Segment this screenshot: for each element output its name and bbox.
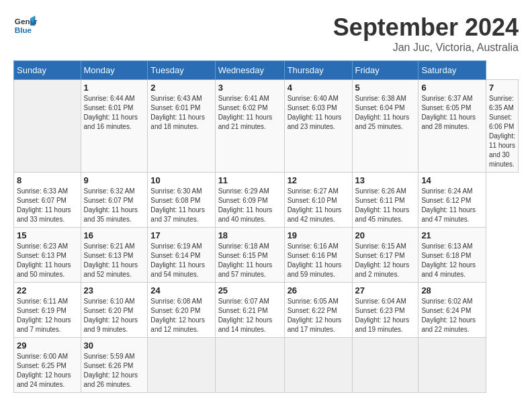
- day-number: 21: [421, 230, 483, 240]
- calendar-day-cell: 18Sunrise: 6:18 AMSunset: 6:15 PMDayligh…: [215, 228, 284, 283]
- day-number: 24: [150, 285, 212, 295]
- day-number: 2: [150, 83, 212, 93]
- day-number: 1: [84, 83, 145, 93]
- day-info: Sunrise: 6:19 AMSunset: 6:14 PMDaylight:…: [150, 242, 212, 279]
- day-number: 8: [17, 175, 78, 185]
- calendar-week-row: 22Sunrise: 6:11 AMSunset: 6:19 PMDayligh…: [14, 283, 519, 338]
- calendar-day-cell: 17Sunrise: 6:19 AMSunset: 6:14 PMDayligh…: [148, 228, 215, 283]
- day-info: Sunrise: 6:32 AMSunset: 6:07 PMDaylight:…: [84, 187, 145, 224]
- day-info: Sunrise: 6:07 AMSunset: 6:21 PMDaylight:…: [218, 297, 281, 334]
- day-number: 29: [17, 340, 78, 351]
- day-info: Sunrise: 6:05 AMSunset: 6:22 PMDaylight:…: [287, 297, 349, 334]
- calendar-day-cell: 15Sunrise: 6:23 AMSunset: 6:13 PMDayligh…: [14, 228, 81, 283]
- calendar-day-cell: 24Sunrise: 6:08 AMSunset: 6:20 PMDayligh…: [148, 283, 215, 338]
- calendar-day-cell: 14Sunrise: 6:24 AMSunset: 6:12 PMDayligh…: [418, 173, 486, 228]
- calendar-day-cell: 25Sunrise: 6:07 AMSunset: 6:21 PMDayligh…: [215, 283, 284, 338]
- day-number: 22: [17, 285, 78, 295]
- day-info: Sunrise: 6:26 AMSunset: 6:11 PMDaylight:…: [355, 187, 416, 224]
- calendar-day-cell: [148, 338, 215, 393]
- calendar-day-cell: [14, 80, 81, 173]
- day-of-week-header: Saturday: [418, 61, 486, 80]
- calendar-body: 1Sunrise: 6:44 AMSunset: 6:01 PMDaylight…: [14, 80, 519, 393]
- svg-text:Blue: Blue: [15, 26, 32, 34]
- calendar-day-cell: 6Sunrise: 6:37 AMSunset: 6:05 PMDaylight…: [418, 80, 486, 173]
- calendar-table: SundayMondayTuesdayWednesdayThursdayFrid…: [13, 60, 519, 393]
- month-title: September 2024: [333, 13, 519, 42]
- day-of-week-header: Sunday: [14, 61, 81, 80]
- calendar-day-cell: 30Sunrise: 5:59 AMSunset: 6:26 PMDayligh…: [81, 338, 148, 393]
- calendar-day-cell: 19Sunrise: 6:16 AMSunset: 6:16 PMDayligh…: [284, 228, 352, 283]
- day-info: Sunrise: 6:16 AMSunset: 6:16 PMDaylight:…: [287, 242, 349, 279]
- day-info: Sunrise: 6:08 AMSunset: 6:20 PMDaylight:…: [150, 297, 212, 334]
- day-of-week-header: Wednesday: [215, 61, 284, 80]
- day-number: 12: [287, 175, 349, 185]
- calendar-day-cell: 22Sunrise: 6:11 AMSunset: 6:19 PMDayligh…: [14, 283, 81, 338]
- calendar-day-cell: 29Sunrise: 6:00 AMSunset: 6:25 PMDayligh…: [14, 338, 81, 393]
- day-number: 25: [218, 285, 281, 295]
- day-info: Sunrise: 6:18 AMSunset: 6:15 PMDaylight:…: [218, 242, 281, 279]
- calendar-week-row: 1Sunrise: 6:44 AMSunset: 6:01 PMDaylight…: [14, 80, 519, 173]
- day-info: Sunrise: 6:10 AMSunset: 6:20 PMDaylight:…: [84, 297, 145, 334]
- calendar-day-cell: 5Sunrise: 6:38 AMSunset: 6:04 PMDaylight…: [352, 80, 418, 173]
- day-of-week-header: Tuesday: [148, 61, 215, 80]
- calendar-day-cell: 3Sunrise: 6:41 AMSunset: 6:02 PMDaylight…: [215, 80, 284, 173]
- day-number: 17: [150, 230, 212, 240]
- day-info: Sunrise: 6:38 AMSunset: 6:04 PMDaylight:…: [355, 94, 416, 132]
- day-info: Sunrise: 6:35 AMSunset: 6:06 PMDaylight:…: [489, 94, 515, 169]
- calendar-day-cell: 4Sunrise: 6:40 AMSunset: 6:03 PMDaylight…: [284, 80, 352, 173]
- calendar-day-cell: [215, 338, 284, 393]
- day-info: Sunrise: 6:04 AMSunset: 6:23 PMDaylight:…: [355, 297, 416, 334]
- day-number: 9: [84, 175, 145, 185]
- day-info: Sunrise: 6:24 AMSunset: 6:12 PMDaylight:…: [421, 187, 483, 224]
- calendar-day-cell: [418, 338, 486, 393]
- day-number: 16: [84, 230, 145, 240]
- day-info: Sunrise: 6:02 AMSunset: 6:24 PMDaylight:…: [421, 297, 483, 334]
- calendar-day-cell: 7Sunrise: 6:35 AMSunset: 6:06 PMDaylight…: [486, 80, 519, 173]
- logo-icon: General Blue: [13, 13, 38, 38]
- day-number: 28: [421, 285, 483, 295]
- calendar-day-cell: 11Sunrise: 6:29 AMSunset: 6:09 PMDayligh…: [215, 173, 284, 228]
- day-info: Sunrise: 6:29 AMSunset: 6:09 PMDaylight:…: [218, 187, 281, 224]
- calendar-week-row: 8Sunrise: 6:33 AMSunset: 6:07 PMDaylight…: [14, 173, 519, 228]
- day-number: 15: [17, 230, 78, 240]
- day-number: 14: [421, 175, 483, 185]
- day-info: Sunrise: 6:30 AMSunset: 6:08 PMDaylight:…: [150, 187, 212, 224]
- day-info: Sunrise: 5:59 AMSunset: 6:26 PMDaylight:…: [84, 352, 145, 390]
- day-info: Sunrise: 6:21 AMSunset: 6:13 PMDaylight:…: [84, 242, 145, 279]
- day-of-week-header: Friday: [352, 61, 418, 80]
- calendar-week-row: 29Sunrise: 6:00 AMSunset: 6:25 PMDayligh…: [14, 338, 519, 393]
- day-number: 23: [84, 285, 145, 295]
- calendar-day-cell: 28Sunrise: 6:02 AMSunset: 6:24 PMDayligh…: [418, 283, 486, 338]
- day-number: 4: [287, 83, 349, 93]
- calendar-day-cell: 21Sunrise: 6:13 AMSunset: 6:18 PMDayligh…: [418, 228, 486, 283]
- day-number: 18: [218, 230, 281, 240]
- day-of-week-header: Monday: [81, 61, 148, 80]
- day-number: 20: [355, 230, 416, 240]
- day-info: Sunrise: 6:44 AMSunset: 6:01 PMDaylight:…: [84, 94, 145, 132]
- day-number: 6: [421, 83, 483, 93]
- calendar-day-cell: 16Sunrise: 6:21 AMSunset: 6:13 PMDayligh…: [81, 228, 148, 283]
- calendar-week-row: 15Sunrise: 6:23 AMSunset: 6:13 PMDayligh…: [14, 228, 519, 283]
- calendar-day-cell: 26Sunrise: 6:05 AMSunset: 6:22 PMDayligh…: [284, 283, 352, 338]
- calendar-day-cell: 27Sunrise: 6:04 AMSunset: 6:23 PMDayligh…: [352, 283, 418, 338]
- calendar-day-cell: 13Sunrise: 6:26 AMSunset: 6:11 PMDayligh…: [352, 173, 418, 228]
- day-info: Sunrise: 6:43 AMSunset: 6:01 PMDaylight:…: [150, 94, 212, 132]
- day-number: 5: [355, 83, 416, 93]
- day-info: Sunrise: 6:00 AMSunset: 6:25 PMDaylight:…: [17, 352, 78, 390]
- calendar-day-cell: 23Sunrise: 6:10 AMSunset: 6:20 PMDayligh…: [81, 283, 148, 338]
- day-number: 26: [287, 285, 349, 295]
- day-info: Sunrise: 6:33 AMSunset: 6:07 PMDaylight:…: [17, 187, 78, 224]
- day-number: 7: [489, 83, 515, 93]
- location-title: Jan Juc, Victoria, Australia: [333, 42, 519, 54]
- day-info: Sunrise: 6:37 AMSunset: 6:05 PMDaylight:…: [421, 94, 483, 132]
- logo: General Blue: [13, 13, 38, 38]
- day-of-week-header: Thursday: [284, 61, 352, 80]
- day-info: Sunrise: 6:11 AMSunset: 6:19 PMDaylight:…: [17, 297, 78, 334]
- day-number: 10: [150, 175, 212, 185]
- day-info: Sunrise: 6:27 AMSunset: 6:10 PMDaylight:…: [287, 187, 349, 224]
- title-area: September 2024 Jan Juc, Victoria, Austra…: [333, 13, 519, 54]
- day-number: 11: [218, 175, 281, 185]
- day-info: Sunrise: 6:41 AMSunset: 6:02 PMDaylight:…: [218, 94, 281, 132]
- day-number: 30: [84, 340, 145, 351]
- calendar-day-cell: 1Sunrise: 6:44 AMSunset: 6:01 PMDaylight…: [81, 80, 148, 173]
